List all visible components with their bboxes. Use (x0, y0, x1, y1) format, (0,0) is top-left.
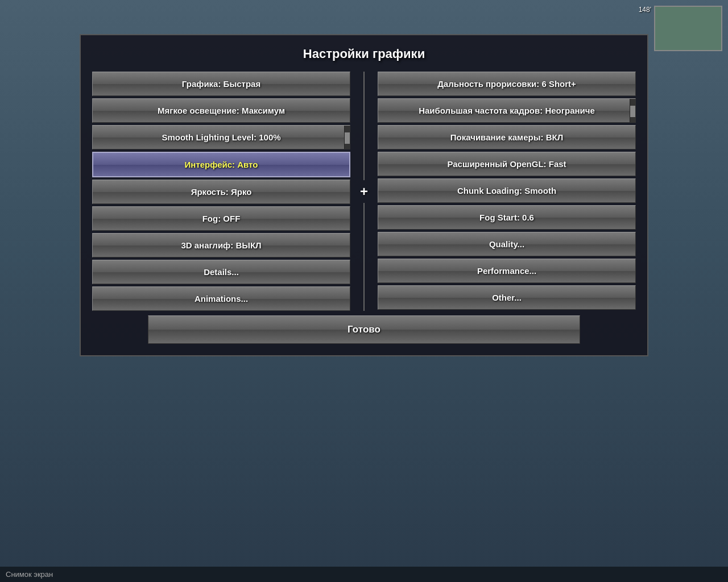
right-column: Дальность прорисовки: 6 Short+ Наибольша… (378, 72, 636, 311)
vertical-divider-2 (363, 203, 365, 311)
animations-button[interactable]: Animations... (92, 286, 350, 311)
left-column: Графика: Быстрая Мягкое освещение: Макси… (92, 72, 350, 311)
divider-area: + (353, 72, 375, 311)
smooth-lighting-button[interactable]: Smooth Lighting Level: 100% (92, 125, 350, 149)
graphics-button[interactable]: Графика: Быстрая (92, 72, 350, 96)
minimap-coords: 148' (639, 6, 651, 14)
soft-lighting-button[interactable]: Мягкое освещение: Максимум (92, 98, 350, 123)
plus-icon: + (360, 180, 368, 203)
chunk-loading-button[interactable]: Chunk Loading: Smooth (378, 178, 636, 203)
anaglyph-button[interactable]: 3D анаглиф: ВЫКЛ (92, 233, 350, 257)
max-fps-button[interactable]: Наибольшая частота кадров: Неограниче (378, 98, 636, 123)
scrollbar-thumb-fps (630, 106, 635, 117)
render-distance-button[interactable]: Дальность прорисовки: 6 Short+ (378, 72, 636, 96)
scrollbar[interactable] (344, 126, 350, 149)
performance-button[interactable]: Performance... (378, 259, 636, 283)
scrollbar-thumb (345, 132, 350, 144)
other-button[interactable]: Other... (378, 285, 636, 310)
camera-sway-button[interactable]: Покачивание камеры: ВКЛ (378, 125, 636, 149)
bottom-text: Снимок экран (6, 570, 53, 579)
advanced-opengl-button[interactable]: Расширенный OpenGL: Fast (378, 152, 636, 176)
graphics-settings-dialog: Настройки графики Графика: Быстрая Мягко… (80, 34, 648, 356)
scrollbar-fps[interactable] (630, 99, 635, 122)
interface-button[interactable]: Интерфейс: Авто (92, 152, 350, 177)
minimap (654, 6, 722, 51)
brightness-button[interactable]: Яркость: Ярко (92, 180, 350, 204)
buttons-container: Графика: Быстрая Мягкое освещение: Макси… (92, 72, 636, 311)
dialog-title: Настройки графики (92, 47, 636, 61)
bottom-bar: Снимок экран (0, 567, 728, 582)
fog-button[interactable]: Fog: OFF (92, 206, 350, 231)
done-button[interactable]: Готово (148, 315, 580, 344)
quality-button[interactable]: Quality... (378, 232, 636, 256)
details-button[interactable]: Details... (92, 260, 350, 284)
fog-start-button[interactable]: Fog Start: 0.6 (378, 205, 636, 230)
vertical-divider (363, 72, 365, 180)
